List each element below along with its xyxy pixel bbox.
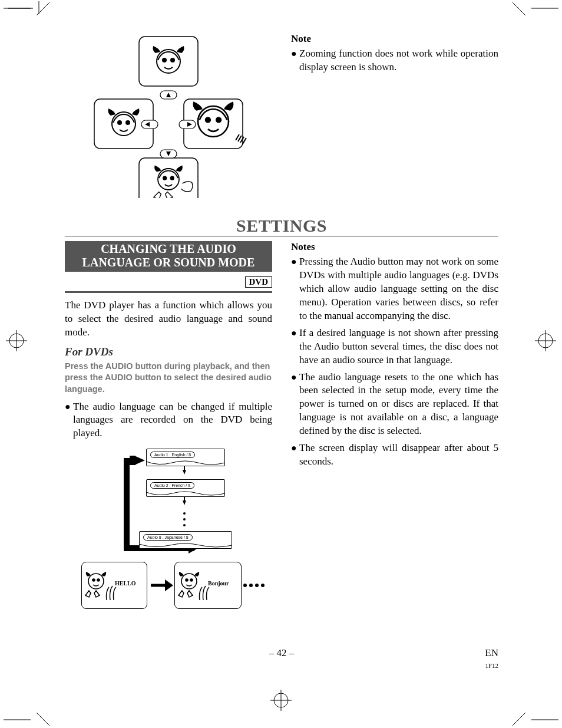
- language-code: EN 1F12: [485, 647, 498, 671]
- notes-bullet-2: ●If a desired language is not shown afte…: [291, 327, 498, 367]
- page-number: – 42 –: [65, 647, 498, 659]
- svg-point-30: [216, 118, 221, 123]
- svg-line-5: [37, 2, 49, 15]
- svg-point-33: [171, 177, 174, 180]
- svg-rect-18: [139, 37, 198, 86]
- svg-point-49: [183, 524, 186, 526]
- audio-cycle-figure: Audio 1 . English / 8 Audio 2 . French /…: [80, 444, 257, 615]
- svg-point-32: [163, 177, 166, 180]
- svg-point-52: [92, 579, 95, 581]
- svg-point-24: [171, 58, 174, 62]
- note-heading: Note: [291, 33, 498, 45]
- page-section-title: SETTINGS: [65, 216, 498, 236]
- svg-point-53: [97, 579, 100, 581]
- crop-mark-br: [505, 702, 558, 728]
- hello-label: HELLO: [115, 580, 136, 587]
- svg-point-58: [190, 579, 193, 581]
- svg-marker-55: [165, 579, 173, 591]
- bonjour-label: Bonjour: [208, 580, 229, 587]
- svg-line-9: [37, 713, 49, 726]
- registration-mark-left: [6, 330, 27, 351]
- document-code: 1F12: [485, 662, 498, 669]
- svg-rect-38: [124, 458, 130, 550]
- svg-point-48: [183, 518, 186, 521]
- svg-rect-21: [139, 158, 198, 198]
- registration-mark-right: [535, 330, 556, 351]
- svg-point-61: [255, 584, 259, 587]
- svg-point-47: [183, 512, 186, 515]
- crop-mark-tr: [505, 0, 558, 26]
- svg-point-56: [181, 574, 197, 589]
- notes-bullet-1: ●Pressing the Audio button may not work …: [291, 255, 498, 323]
- svg-point-62: [261, 584, 265, 587]
- audio-chip-2: Audio 2 . French / 8: [150, 482, 194, 489]
- note-bullet: ● Zooming function does not work while o…: [291, 47, 498, 74]
- svg-point-51: [88, 574, 104, 589]
- zoom-nav-figure: [65, 33, 272, 198]
- svg-marker-39: [134, 456, 145, 465]
- notes-heading: Notes: [291, 241, 498, 253]
- svg-point-27: [126, 121, 130, 124]
- crop-mark-tl: [4, 0, 57, 26]
- audio-chip-1: Audio 1 . English / 8: [150, 452, 195, 458]
- svg-line-11: [513, 713, 525, 726]
- registration-mark-bottom: [270, 690, 292, 711]
- svg-point-23: [163, 58, 166, 62]
- notes-bullet-3: ●The audio language resets to the one wh…: [291, 371, 498, 439]
- svg-point-29: [206, 118, 210, 123]
- for-dvds-subhead: For DVDs: [65, 345, 272, 358]
- divider: [65, 291, 272, 293]
- ellipsis-dots-icon: [243, 582, 266, 589]
- svg-point-57: [186, 579, 188, 581]
- dvd-badge: DVD: [245, 276, 273, 288]
- svg-point-60: [249, 584, 253, 587]
- svg-line-7: [513, 2, 525, 15]
- audio-chip-3: Audio 8 . Japanese / 8: [143, 534, 193, 541]
- svg-rect-40: [130, 456, 135, 465]
- svg-point-59: [243, 584, 247, 587]
- svg-point-26: [118, 121, 121, 124]
- feature-bullet: ● The audio language can be changed if m…: [65, 400, 272, 441]
- crop-mark-bl: [4, 702, 57, 728]
- subsection-heading: CHANGING THE AUDIO LANGUAGE OR SOUND MOD…: [65, 241, 272, 272]
- notes-bullet-4: ●The screen display will disappear after…: [291, 442, 498, 469]
- instruction-text: Press the AUDIO button during playback, …: [65, 361, 272, 396]
- intro-paragraph: The DVD player has a function which allo…: [65, 299, 272, 340]
- arrow-right-icon: [150, 577, 173, 594]
